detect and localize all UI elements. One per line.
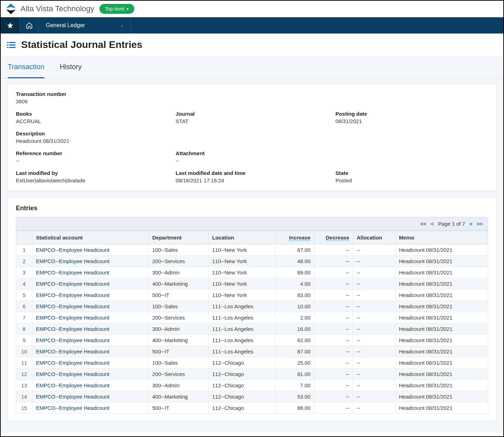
list-menu-icon[interactable] <box>7 41 16 49</box>
cell-increase: 4.00 <box>276 278 314 290</box>
table-row[interactable]: 2EMPCO--Employee Headcount200--Services1… <box>16 256 488 267</box>
table-row[interactable]: 9EMPCO--Employee Headcount400--Marketing… <box>16 335 488 346</box>
table-row[interactable]: 14EMPCO--Employee Headcount400--Marketin… <box>16 391 488 402</box>
cell-rownum: 2 <box>16 256 32 267</box>
cell-memo: Headcount 08/31/2021 <box>395 267 488 278</box>
pager-next[interactable]: > <box>469 221 473 227</box>
cell-account: EMPCO--Employee Headcount <box>32 335 149 346</box>
cell-account: EMPCO--Employee Headcount <box>32 402 149 414</box>
table-row[interactable]: 1EMPCO--Employee Headcount100--Sales110-… <box>16 244 488 256</box>
cell-account: EMPCO--Employee Headcount <box>32 278 149 290</box>
cell-location: 111--Los Angeles <box>209 301 276 312</box>
content: Transaction number 3909 Books ACCRUAL Jo… <box>1 79 503 432</box>
pager-prev[interactable]: < <box>431 221 434 227</box>
cell-rownum: 10 <box>16 346 32 357</box>
cell-allocation: -- <box>353 391 395 402</box>
table-row[interactable]: 10EMPCO--Employee Headcount500--IT111--L… <box>16 346 488 357</box>
col-allocation[interactable]: Allocation <box>353 231 395 244</box>
value-state: Posted <box>336 177 488 183</box>
cell-rownum: 12 <box>16 369 32 380</box>
pager-first[interactable]: << <box>420 221 427 227</box>
cell-department: 100--Sales <box>149 357 209 369</box>
table-row[interactable]: 13EMPCO--Employee Headcount300--Admin112… <box>16 380 488 391</box>
cell-increase: 62.00 <box>276 335 314 346</box>
cell-department: 100--Sales <box>149 301 209 312</box>
cell-rownum: 14 <box>16 391 32 402</box>
cell-memo: Headcount 08/31/2021 <box>395 244 488 256</box>
cell-allocation: -- <box>353 357 395 369</box>
cell-department: 400--Marketing <box>149 278 209 290</box>
pager-last[interactable]: >> <box>477 221 483 227</box>
entries-card: Entries << < Page 1 of 7 > >> Statistica… <box>7 197 497 421</box>
cell-decrease: -- <box>314 346 353 357</box>
value-books: ACCRUAL <box>16 118 168 124</box>
table-row[interactable]: 4EMPCO--Employee Headcount400--Marketing… <box>16 278 488 290</box>
logo-wrap: Alta Vista Technology <box>5 3 94 15</box>
table-row[interactable]: 5EMPCO--Employee Headcount500--IT110--Ne… <box>16 290 488 301</box>
cell-department: 500--IT <box>149 290 209 301</box>
table-row[interactable]: 6EMPCO--Employee Headcount100--Sales111-… <box>16 301 488 312</box>
col-decrease[interactable]: Decrease <box>314 231 353 244</box>
table-row[interactable]: 8EMPCO--Employee Headcount300--Admin111-… <box>16 323 488 335</box>
value-description: Headcount 08/31/2021 <box>16 138 488 144</box>
col-memo[interactable]: Memo <box>395 231 488 244</box>
cell-department: 200--Services <box>149 256 209 267</box>
cell-department: 300--Admin <box>149 267 209 278</box>
cell-account: EMPCO--Employee Headcount <box>32 312 149 323</box>
label-reference: Reference number <box>16 150 168 156</box>
col-department[interactable]: Department <box>149 231 209 244</box>
table-row[interactable]: 12EMPCO--Employee Headcount200--Services… <box>16 369 488 380</box>
chevron-down-icon: ▾ <box>127 7 129 11</box>
cell-location: 110--New York <box>209 290 276 301</box>
module-label: General Ledger <box>46 22 85 29</box>
table-row[interactable]: 7EMPCO--Employee Headcount200--Services1… <box>16 312 488 323</box>
cell-increase: 83.00 <box>276 290 314 301</box>
cell-increase: 89.00 <box>276 267 314 278</box>
cell-increase: 67.00 <box>276 244 314 256</box>
table-row[interactable]: 3EMPCO--Employee Headcount300--Admin110-… <box>16 267 488 278</box>
cell-allocation: -- <box>353 290 395 301</box>
cell-decrease: -- <box>314 290 353 301</box>
table-row[interactable]: 11EMPCO--Employee Headcount100--Sales112… <box>16 357 488 369</box>
cell-location: 110--New York <box>209 278 276 290</box>
cell-memo: Headcount 08/31/2021 <box>395 323 488 335</box>
value-txnumber: 3909 <box>16 98 488 104</box>
cell-rownum: 1 <box>16 244 32 256</box>
cell-location: 111--Los Angeles <box>209 312 276 323</box>
svg-rect-3 <box>9 42 16 43</box>
chevron-down-icon: ⌄ <box>120 23 123 28</box>
cell-decrease: -- <box>314 391 353 402</box>
cell-memo: Headcount 08/31/2021 <box>395 357 488 369</box>
cell-decrease: -- <box>314 267 353 278</box>
cell-rownum: 4 <box>16 278 32 290</box>
entity-selector-button[interactable]: Top level ▾ <box>99 4 134 14</box>
cell-department: 200--Services <box>149 369 209 380</box>
favorites-button[interactable] <box>1 17 20 34</box>
table-row[interactable]: 15EMPCO--Employee Headcount500--IT112--C… <box>16 402 488 414</box>
cell-location: 111--Los Angeles <box>209 335 276 346</box>
home-button[interactable] <box>20 17 39 34</box>
cell-decrease: -- <box>314 369 353 380</box>
cell-increase: 2.00 <box>276 312 314 323</box>
cell-increase: 10.00 <box>276 301 314 312</box>
col-increase[interactable]: Increase <box>276 231 314 244</box>
value-moddt: 08/18/2021 17:16:24 <box>176 177 328 183</box>
col-stat-account[interactable]: Statistical account <box>32 231 149 244</box>
tab-transaction[interactable]: Transaction <box>8 56 44 78</box>
cell-account: EMPCO--Employee Headcount <box>32 391 149 402</box>
cell-location: 111--Los Angeles <box>209 346 276 357</box>
entries-title: Entries <box>16 205 488 212</box>
tabs: Transaction History <box>1 56 503 79</box>
cell-memo: Headcount 08/31/2021 <box>395 290 488 301</box>
value-modby: ExtUser|altavistatech|dvalade <box>16 177 168 183</box>
cell-department: 500--IT <box>149 346 209 357</box>
cell-account: EMPCO--Employee Headcount <box>32 267 149 278</box>
cell-decrease: -- <box>314 380 353 391</box>
cell-memo: Headcount 08/31/2021 <box>395 380 488 391</box>
company-logo-icon <box>5 3 17 15</box>
cell-department: 500--IT <box>149 402 209 414</box>
tab-history[interactable]: History <box>60 56 82 77</box>
module-dropdown[interactable]: General Ledger ⌄ <box>39 17 131 34</box>
col-location[interactable]: Location <box>209 231 276 244</box>
label-state: State <box>336 170 488 176</box>
